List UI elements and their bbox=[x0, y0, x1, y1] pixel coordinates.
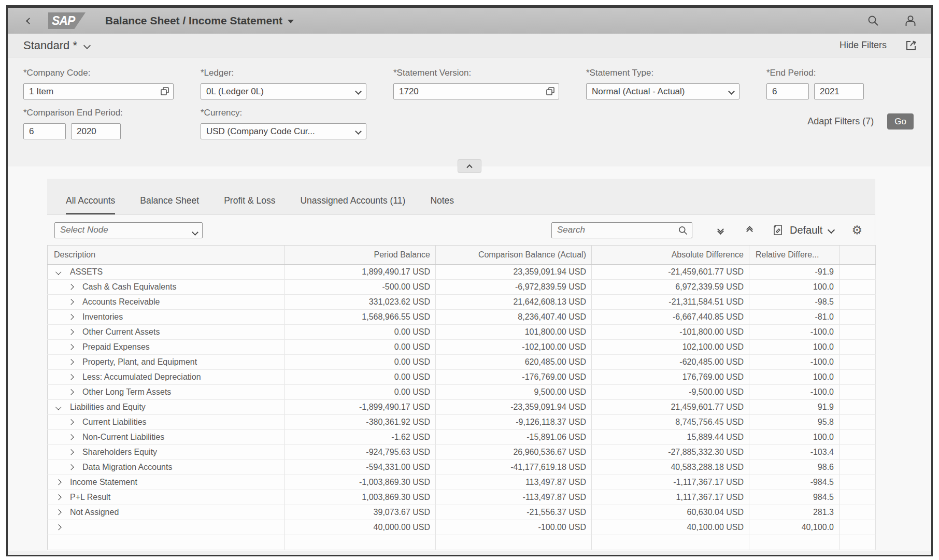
row-empty-cell bbox=[840, 385, 876, 400]
table-row[interactable]: Income Statement -1,003,869.30 USD 113,4… bbox=[48, 475, 876, 490]
statement-version-input[interactable] bbox=[393, 83, 559, 99]
row-period-balance: 1,899,490.17 USD bbox=[285, 265, 436, 280]
table-row[interactable]: Liabilities and Equity -1,899,490.17 USD… bbox=[48, 400, 876, 415]
variant-name: Standard * bbox=[23, 39, 77, 52]
column-header-absolute-difference[interactable]: Absolute Difference bbox=[592, 246, 749, 265]
row-relative-difference bbox=[749, 535, 840, 550]
table-row[interactable]: Property, Plant, and Equipment 0.00 USD … bbox=[48, 355, 876, 370]
tree-chevron-icon bbox=[68, 314, 74, 320]
user-profile-button[interactable] bbox=[903, 13, 918, 28]
search-button[interactable] bbox=[866, 13, 880, 28]
statement-type-select[interactable]: Normal (Actual - Actual) bbox=[586, 83, 739, 99]
table-row[interactable]: Inventories 1,568,966.55 USD 8,236,407.4… bbox=[48, 310, 876, 325]
tree-toggle[interactable] bbox=[67, 465, 75, 469]
select-node-input[interactable] bbox=[54, 222, 203, 238]
ledger-select[interactable]: 0L (Ledger 0L) bbox=[201, 83, 366, 99]
row-absolute-difference: -6,667,440.85 USD bbox=[592, 310, 749, 325]
tree-toggle[interactable] bbox=[67, 345, 75, 349]
tab-unassigned-accounts-11-[interactable]: Unassigned Accounts (11) bbox=[300, 195, 405, 214]
table-row[interactable]: Accounts Receivable 331,023.62 USD 21,64… bbox=[48, 295, 876, 310]
value-help-icon[interactable] bbox=[546, 87, 555, 96]
row-description: ASSETS bbox=[70, 267, 103, 277]
tree-toggle[interactable] bbox=[67, 285, 75, 289]
table-row[interactable]: Current Liabilities -380,361.92 USD -9,1… bbox=[48, 415, 876, 430]
tree-toggle[interactable] bbox=[67, 390, 75, 394]
statement-type-chevron-icon bbox=[728, 88, 735, 95]
table-search[interactable] bbox=[551, 222, 692, 238]
tree-toggle[interactable] bbox=[67, 330, 75, 334]
comparison-end-period-input[interactable] bbox=[23, 123, 66, 139]
row-comparison-balance: 113,497.87 USD bbox=[436, 475, 592, 490]
table-row[interactable]: Other Long Term Assets 0.00 USD 9,500.00… bbox=[48, 385, 876, 400]
tree-toggle[interactable] bbox=[67, 315, 75, 319]
adapt-filters-button[interactable]: Adapt Filters (7) bbox=[807, 116, 874, 127]
tree-toggle[interactable] bbox=[55, 525, 62, 529]
table-row[interactable]: Less: Accumulated Depreciation 0.00 USD … bbox=[48, 370, 876, 385]
tree-toggle[interactable] bbox=[67, 300, 75, 304]
table-row[interactable]: Not Assigned 39,073.67 USD -21,556.37 US… bbox=[48, 505, 876, 520]
row-period-balance: -500.00 USD bbox=[285, 280, 436, 295]
end-period-input[interactable] bbox=[766, 83, 809, 99]
row-empty-cell bbox=[840, 535, 876, 550]
table-row[interactable]: ASSETS 1,899,490.17 USD 23,359,091.94 US… bbox=[48, 265, 876, 280]
tree-toggle[interactable] bbox=[67, 375, 75, 379]
row-comparison-balance: 21,642,608.13 USD bbox=[436, 295, 592, 310]
row-absolute-difference: -21,459,601.77 USD bbox=[592, 265, 749, 280]
table-row[interactable]: 40,000.00 USD -100.00 USD 40,100.00 USD … bbox=[48, 520, 876, 535]
row-empty-cell bbox=[840, 445, 876, 460]
row-period-balance: -594,331.00 USD bbox=[285, 460, 436, 475]
column-header-description[interactable]: Description bbox=[48, 246, 285, 265]
company-code-input[interactable] bbox=[23, 83, 174, 99]
tree-chevron-icon bbox=[68, 360, 74, 365]
person-icon bbox=[904, 14, 917, 27]
tree-toggle[interactable] bbox=[55, 270, 62, 274]
tree-toggle[interactable] bbox=[67, 450, 75, 454]
settings-gear-icon[interactable]: ⚙ bbox=[851, 223, 862, 237]
select-node-chevron-icon bbox=[192, 229, 198, 236]
value-help-icon[interactable] bbox=[160, 87, 169, 96]
column-header-period-balance[interactable]: Period Balance bbox=[285, 246, 436, 265]
variant-chevron-icon bbox=[83, 41, 91, 49]
tree-toggle[interactable] bbox=[55, 510, 62, 514]
column-header-relative-difference[interactable]: Relative Differe... bbox=[749, 246, 840, 265]
end-period-year-input[interactable] bbox=[814, 83, 864, 99]
table-row[interactable]: Shareholders Equity -924,795.63 USD 26,9… bbox=[48, 445, 876, 460]
table-header-row: Description Period Balance Comparison Ba… bbox=[48, 246, 876, 265]
tree-toggle[interactable] bbox=[67, 420, 75, 424]
table-row[interactable]: P+L Result 1,003,869.30 USD -113,497.87 … bbox=[48, 490, 876, 505]
tree-toggle[interactable] bbox=[55, 495, 62, 499]
app-title-menu[interactable]: Balance Sheet / Income Statement bbox=[105, 15, 294, 27]
row-description: Other Long Term Assets bbox=[82, 387, 171, 397]
tab-notes[interactable]: Notes bbox=[430, 195, 454, 214]
table-row[interactable] bbox=[48, 535, 876, 550]
expand-all-button[interactable] bbox=[713, 222, 728, 238]
view-selector[interactable]: Default bbox=[772, 224, 834, 236]
collapse-header-button[interactable] bbox=[458, 159, 481, 173]
go-button[interactable]: Go bbox=[887, 113, 914, 130]
table-row[interactable]: Cash & Cash Equivalents -500.00 USD -6,9… bbox=[48, 280, 876, 295]
tab-balance-sheet[interactable]: Balance Sheet bbox=[140, 195, 199, 214]
table-row[interactable]: Prepaid Expenses 0.00 USD -102,100.00 US… bbox=[48, 340, 876, 355]
tree-toggle[interactable] bbox=[55, 480, 62, 484]
tree-toggle[interactable] bbox=[67, 435, 75, 439]
tree-toggle[interactable] bbox=[67, 360, 75, 364]
tree-toggle[interactable] bbox=[55, 405, 62, 409]
ledger-value: 0L (Ledger 0L) bbox=[206, 87, 264, 97]
back-button[interactable] bbox=[23, 15, 35, 26]
row-absolute-difference: -620,485.00 USD bbox=[592, 355, 749, 370]
comparison-end-period-year-input[interactable] bbox=[71, 123, 121, 139]
collapse-all-button[interactable] bbox=[742, 222, 757, 238]
table-search-input[interactable] bbox=[551, 222, 692, 238]
currency-select[interactable]: USD (Company Code Cur... bbox=[201, 123, 366, 139]
table-row[interactable]: Other Current Assets 0.00 USD 101,800.00… bbox=[48, 325, 876, 340]
column-header-comparison-balance[interactable]: Comparison Balance (Actual) bbox=[436, 246, 592, 265]
row-description: Other Current Assets bbox=[82, 327, 160, 337]
share-icon[interactable] bbox=[904, 39, 918, 52]
variant-selector[interactable]: Standard * bbox=[23, 39, 90, 52]
hide-filters-button[interactable]: Hide Filters bbox=[840, 40, 887, 51]
tab-all-accounts[interactable]: All Accounts bbox=[66, 195, 115, 214]
table-row[interactable]: Data Migration Accounts -594,331.00 USD … bbox=[48, 460, 876, 475]
tab-profit-loss[interactable]: Profit & Loss bbox=[224, 195, 275, 214]
table-row[interactable]: Non-Current Liabilities -1.62 USD -15,89… bbox=[48, 430, 876, 445]
select-node-combobox[interactable] bbox=[54, 222, 203, 238]
